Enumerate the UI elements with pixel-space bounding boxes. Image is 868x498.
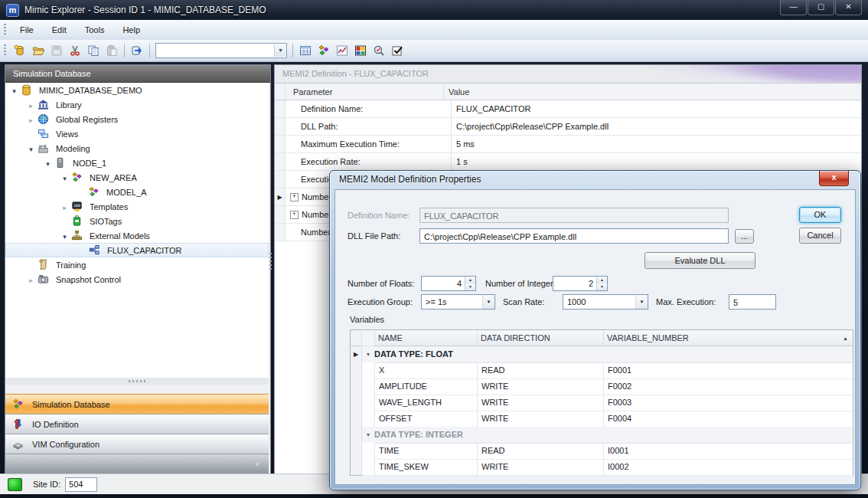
variable-row[interactable]: WAVE_LENGTHWRITEF0003 bbox=[351, 395, 853, 411]
spin-up-icon[interactable]: ▲ bbox=[465, 277, 475, 283]
dialog-close-button[interactable]: x bbox=[819, 171, 849, 186]
variables-group-row[interactable]: ▾DATA TYPE: INTEGER bbox=[351, 427, 853, 443]
tree-item-node-1[interactable]: ▾NODE_1 bbox=[5, 156, 269, 170]
menu-item-tools[interactable]: Tools bbox=[76, 22, 114, 38]
tree-item-templates[interactable]: ▸100Templates bbox=[5, 199, 269, 214]
toolbar-combobox[interactable]: ▼ bbox=[155, 43, 287, 58]
row-gutter bbox=[351, 459, 362, 475]
tree-item-snapshot-control[interactable]: ▸Snapshot Control bbox=[5, 272, 269, 287]
evaluate-dll-button[interactable]: Evaluate DLL bbox=[644, 252, 755, 269]
menu-item-file[interactable]: File bbox=[11, 22, 43, 38]
new-database-icon[interactable] bbox=[11, 42, 28, 59]
tree-item-training[interactable]: Training bbox=[5, 257, 269, 272]
max-execution-field[interactable]: 5 bbox=[729, 294, 776, 310]
column-value[interactable]: Value bbox=[444, 84, 861, 100]
tree-item-global-registers[interactable]: ▸Global Registers bbox=[5, 112, 269, 126]
variable-row[interactable]: TIME_SKEWWRITEI0002 bbox=[351, 459, 853, 475]
collapse-chevron-bar[interactable]: ˅ bbox=[5, 454, 269, 474]
column-name[interactable]: NAME bbox=[374, 330, 477, 346]
tree-item-external-models[interactable]: ▾External Models bbox=[5, 228, 269, 243]
ok-button[interactable]: OK bbox=[799, 207, 841, 223]
window-title: Mimic Explorer - Session ID 1 - MIMIC_DA… bbox=[24, 5, 266, 15]
column-data-direction[interactable]: DATA DIRECTION bbox=[477, 330, 603, 346]
vertical-splitter[interactable] bbox=[269, 253, 272, 270]
chevron-down-icon[interactable]: ▼ bbox=[274, 44, 286, 57]
menu-item-help[interactable]: Help bbox=[113, 22, 149, 38]
nav-button-io-definition[interactable]: IO Definition bbox=[5, 414, 269, 434]
copy-icon[interactable] bbox=[85, 42, 102, 59]
num-integers-stepper[interactable]: 2 ▲▼ bbox=[553, 276, 608, 291]
column-variable-number[interactable]: VARIABLE_NUMBER▲ bbox=[603, 330, 853, 346]
spin-down-icon[interactable]: ▼ bbox=[597, 283, 607, 290]
column-parameter[interactable]: Parameter bbox=[286, 84, 444, 100]
variable-row[interactable]: TIMEREADI0001 bbox=[351, 443, 853, 459]
tree-item-new-area[interactable]: ▾NEW_AREA bbox=[5, 170, 269, 185]
toolbar-grip[interactable] bbox=[4, 24, 6, 36]
chevron-down-icon[interactable]: ˅ bbox=[256, 460, 259, 468]
tree-item-siotags[interactable]: SIOTags bbox=[5, 214, 269, 228]
group-expander-icon[interactable]: ▾ bbox=[362, 427, 374, 444]
tree-item-flux-capacitor[interactable]: FLUX_CAPACITOR bbox=[5, 243, 269, 257]
maximize-button[interactable]: ▢ bbox=[808, 0, 834, 15]
tree-item-library[interactable]: ▸Library bbox=[5, 97, 269, 112]
cut-icon[interactable] bbox=[67, 42, 83, 59]
header-gutter bbox=[351, 330, 362, 346]
open-icon[interactable] bbox=[30, 42, 47, 59]
trend-chart-icon[interactable] bbox=[334, 42, 351, 59]
menu-item-edit[interactable]: Edit bbox=[43, 22, 76, 38]
variable-row[interactable]: AMPLITUDEWRITEF0002 bbox=[351, 378, 853, 395]
search-icon[interactable] bbox=[370, 42, 387, 59]
expander-icon[interactable]: ▾ bbox=[59, 173, 70, 182]
parameter-row[interactable]: Maximum Execution Time:5 ms bbox=[275, 136, 861, 153]
tile-view-icon[interactable] bbox=[352, 42, 369, 59]
minimize-button[interactable]: — bbox=[780, 0, 807, 15]
tree-item-model-a[interactable]: MODEL_A bbox=[5, 185, 269, 199]
tree-item-modeling[interactable]: ▾Modeling bbox=[5, 141, 269, 156]
spin-up-icon[interactable]: ▲ bbox=[597, 277, 607, 283]
browse-button[interactable]: ... bbox=[735, 229, 754, 244]
dll-path-field[interactable]: C:\project\Cpp\Release\CPP Example.dll bbox=[419, 228, 729, 244]
toolbar-grip[interactable] bbox=[4, 44, 6, 57]
expander-icon[interactable]: ▸ bbox=[59, 202, 70, 211]
variables-group-row[interactable]: ▶▾DATA TYPE: FLOAT bbox=[351, 346, 853, 362]
expander-icon[interactable]: ▾ bbox=[42, 159, 54, 168]
expander-icon[interactable]: ▸ bbox=[25, 100, 37, 110]
expander-icon[interactable]: ▾ bbox=[59, 231, 70, 241]
spin-down-icon[interactable]: ▼ bbox=[465, 283, 475, 290]
connection-status-led-icon bbox=[8, 478, 22, 491]
horizontal-splitter[interactable] bbox=[5, 378, 269, 385]
expand-plus-icon[interactable]: + bbox=[290, 211, 299, 219]
tree-item-label: SIOTags bbox=[86, 217, 125, 226]
simulation-objects-icon[interactable] bbox=[315, 42, 332, 59]
nav-button-vim-configuration[interactable]: VIM Configuration bbox=[5, 434, 269, 454]
group-expander-icon[interactable]: ▾ bbox=[362, 346, 374, 363]
dialog-body: Definition Name: FLUX_CAPACITOR OK DLL F… bbox=[334, 189, 856, 485]
parameter-row[interactable]: Definition Name:FLUX_CAPACITOR bbox=[275, 100, 861, 118]
validate-icon[interactable] bbox=[389, 42, 406, 59]
chevron-down-icon[interactable]: ▼ bbox=[635, 295, 648, 309]
expander-icon[interactable]: ▾ bbox=[8, 86, 20, 95]
variable-row[interactable]: OFFSETWRITEF0004 bbox=[351, 411, 853, 427]
cancel-button[interactable]: Cancel bbox=[799, 228, 841, 244]
tree-item-views[interactable]: Views bbox=[5, 126, 269, 141]
database-icon bbox=[20, 84, 33, 97]
variable-name: AMPLITUDE bbox=[374, 378, 477, 395]
execution-group-select[interactable]: >= 1s▼ bbox=[421, 294, 495, 310]
site-id-field[interactable]: 504 bbox=[65, 477, 97, 492]
grid-view-icon[interactable] bbox=[297, 42, 314, 59]
chevron-down-icon[interactable]: ▼ bbox=[482, 295, 494, 309]
expander-icon[interactable]: ▾ bbox=[25, 144, 37, 153]
scan-rate-select[interactable]: 1000▼ bbox=[563, 294, 648, 310]
tree-item-mimic-database-demo[interactable]: ▾MIMIC_DATABASE_DEMO bbox=[5, 83, 269, 97]
close-button[interactable]: ✕ bbox=[835, 0, 862, 15]
export-icon[interactable] bbox=[129, 42, 145, 59]
variable-row[interactable]: XREADF0001 bbox=[351, 362, 853, 378]
expander-icon[interactable]: ▸ bbox=[25, 275, 37, 284]
parameter-row[interactable]: Execution Rate:1 s bbox=[275, 153, 861, 171]
expander-icon[interactable]: ▸ bbox=[25, 115, 37, 124]
expand-plus-icon[interactable]: + bbox=[290, 193, 299, 201]
nav-button-simulation-database[interactable]: Simulation Database bbox=[5, 394, 269, 414]
parameter-row[interactable]: DLL Path:C:\project\Cpp\Release\CPP Exam… bbox=[275, 118, 861, 136]
num-floats-stepper[interactable]: 4 ▲▼ bbox=[421, 276, 476, 291]
exttree-icon bbox=[70, 230, 83, 242]
